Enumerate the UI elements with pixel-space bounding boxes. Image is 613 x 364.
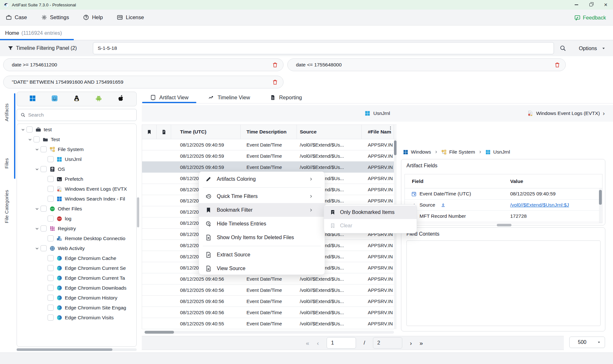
sidebar-tab-artifacts[interactable]: Artifacts [0, 95, 13, 130]
tree-item[interactable]: UsnJrnl [17, 154, 136, 164]
os-filter-android[interactable] [95, 95, 102, 103]
tree-item[interactable]: Edge Chromium Downloads [17, 283, 136, 293]
os-filter-windows[interactable] [29, 95, 36, 103]
tree-item[interactable]: Windows Search Index - Fil [17, 194, 136, 204]
table-vscrollbar-thumb[interactable] [394, 140, 397, 155]
prev-page-button[interactable]: ‹ [317, 340, 319, 346]
context-menu-item-hide-timeless-entries[interactable]: Hide Timeless Entries [199, 217, 325, 231]
context-menu-item-extract-source[interactable]: Extract Source [199, 248, 325, 262]
minimize-button[interactable] [569, 0, 584, 10]
breadcrumb-item-file-system[interactable]: File System [441, 149, 475, 155]
tree-item[interactable]: Edge Chromium Current Ta [17, 273, 136, 283]
tree-checkbox[interactable] [48, 295, 54, 301]
next-artifact-link[interactable]: Windows Event Logs (EVTX) › [527, 110, 605, 116]
tree-item[interactable]: test [17, 125, 136, 134]
column-file-name[interactable]: #File Nam [362, 125, 394, 139]
context-menu-item-view-source[interactable]: View Source [199, 262, 325, 275]
tree-collapse-toggle[interactable] [34, 246, 41, 251]
table-vscrollbar[interactable] [394, 139, 397, 329]
tree-checkbox[interactable] [26, 126, 33, 133]
menu-item-settings[interactable]: Settings [41, 14, 69, 20]
view-tab-timeline-view[interactable]: Timeline View [208, 95, 250, 101]
tree-item[interactable]: Other Files [17, 204, 136, 214]
submenu-item-only-bookmarked-items[interactable]: Only Bookmarked Items [324, 206, 417, 219]
tree-item[interactable]: Edge Chromium History [17, 293, 136, 303]
delete-filter-icon[interactable] [554, 62, 560, 68]
tree-item[interactable]: Edge Chromium Visits [17, 313, 136, 322]
column-menu-icon[interactable] [388, 125, 393, 131]
tab-home[interactable]: Home (1116924 entries) [5, 26, 62, 40]
field-value-link[interactable]: /vol0//$Extend/$UsnJrnl:$J [504, 202, 569, 208]
table-row[interactable]: 08/12/2025 09:40:56Event Date/Time/vol0/… [142, 307, 397, 318]
table-row[interactable]: 08/12/2025 09:40:59Event Date/Time/vol0/… [142, 150, 397, 162]
tree-collapse-toggle[interactable] [26, 137, 34, 142]
sidebar-tab-files[interactable]: Files [0, 151, 13, 176]
tree-collapse-toggle[interactable] [19, 127, 26, 132]
table-hscrollbar[interactable] [144, 331, 394, 334]
table-row[interactable]: 08/12/2025 09:40:56Event Date/Time/vol0/… [142, 284, 397, 296]
tree-checkbox[interactable] [48, 275, 54, 281]
tree-checkbox[interactable] [48, 315, 54, 321]
tree-item[interactable]: Edge Chromium Cache [17, 253, 136, 263]
column-document[interactable] [157, 125, 171, 139]
tree-item[interactable]: Web Activity [17, 243, 136, 253]
tree-checkbox[interactable] [41, 225, 47, 231]
table-row[interactable]: 08/12/2025 09:40:59Event Date/Time/vol0/… [142, 162, 397, 173]
search-icon[interactable] [559, 45, 566, 52]
tree-checkbox[interactable] [48, 156, 54, 162]
table-row[interactable]: 08/12/2025 09:40:59Event Date/Time/vol0/… [142, 139, 397, 150]
tree-item[interactable]: OS [17, 164, 136, 174]
tree-item[interactable]: Registry [17, 224, 136, 233]
tree-checkbox[interactable] [48, 196, 54, 202]
os-filter-macos[interactable] [51, 95, 58, 103]
context-menu-item-artifacts-coloring[interactable]: Artifacts Coloring [199, 172, 325, 186]
tree-checkbox[interactable] [41, 206, 47, 212]
breadcrumb-item-windows[interactable]: Windows [403, 149, 431, 155]
tree-collapse-toggle[interactable] [34, 167, 41, 171]
tree-item[interactable]: Edge Chromium Current Se [17, 263, 136, 273]
menu-item-case[interactable]: Case [6, 14, 27, 20]
table-hscrollbar-thumb[interactable] [145, 331, 174, 334]
column-time-utc[interactable]: Time (UTC) [171, 125, 241, 139]
view-tab-artifact-view[interactable]: Artifact View [150, 95, 188, 101]
close-button[interactable]: ✕ [598, 0, 613, 10]
table-row[interactable]: 08/12/2025 09:40:56Event Date/Time/vol0/… [142, 296, 397, 307]
page-size-select[interactable]: 500 [569, 337, 605, 348]
tree-item[interactable]: Test [17, 134, 136, 144]
tree-checkbox[interactable] [41, 146, 47, 152]
download-icon[interactable] [441, 202, 446, 208]
filter-search-input[interactable] [93, 42, 554, 54]
table-row[interactable]: 08/12/2025 09:40:55Event Date/Time/vol0/… [142, 318, 397, 329]
delete-filter-icon[interactable] [272, 62, 278, 68]
tree-checkbox[interactable] [48, 285, 54, 291]
tree-checkbox[interactable] [48, 235, 54, 241]
view-tab-reporting[interactable]: Reporting [270, 95, 302, 101]
first-page-button[interactable]: « [306, 340, 309, 346]
current-page-input[interactable] [327, 337, 356, 349]
tree-checkbox[interactable] [48, 265, 54, 271]
os-filter-apple[interactable] [117, 95, 124, 103]
tree-search-input[interactable] [28, 112, 133, 118]
column-source[interactable]: Source [297, 125, 362, 139]
menu-item-help[interactable]: Help [83, 14, 103, 20]
fields-scrollbar-thumb[interactable] [599, 190, 602, 205]
last-page-button[interactable]: » [420, 340, 423, 346]
maximize-button[interactable] [584, 0, 598, 10]
submenu-item-clear[interactable]: Clear [324, 219, 417, 232]
context-menu-item-bookmark-filter[interactable]: Bookmark Filter [199, 203, 325, 217]
column-bookmark[interactable] [142, 125, 157, 139]
tree-checkbox[interactable] [41, 166, 47, 172]
tree-item[interactable]: Prefetch [17, 174, 136, 184]
feedback-button[interactable]: Feedback [574, 10, 606, 26]
tree-checkbox[interactable] [41, 245, 47, 251]
column-time-description[interactable]: Time Description [241, 125, 297, 139]
tree-collapse-toggle[interactable] [34, 207, 41, 211]
next-page-button[interactable]: › [410, 340, 412, 346]
options-button[interactable]: Options [579, 40, 606, 56]
tree-item[interactable]: log [17, 214, 136, 224]
sidebar-hscrollbar[interactable] [17, 348, 137, 351]
os-filter-linux[interactable] [73, 95, 80, 103]
tree-collapse-toggle[interactable] [34, 226, 41, 231]
sidebar-tab-file-categories[interactable]: File Categories [0, 178, 13, 235]
sidebar-hscrollbar-thumb[interactable] [17, 348, 112, 351]
